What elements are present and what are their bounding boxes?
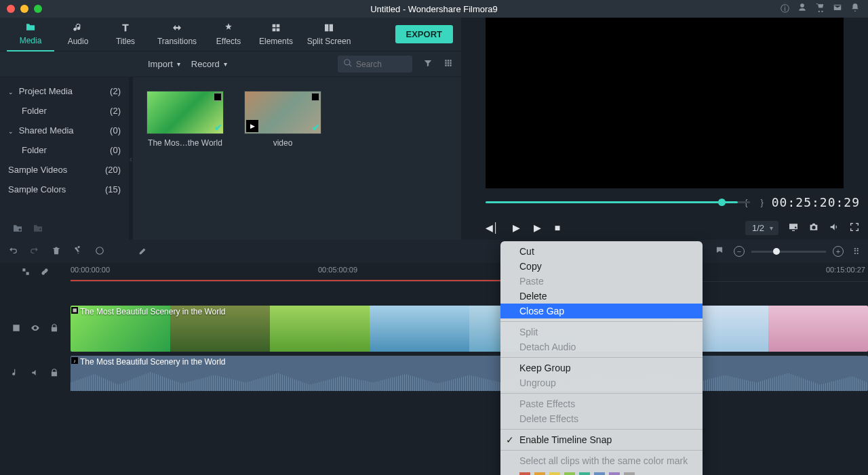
edit-button[interactable]: [138, 246, 148, 257]
sidebar-folder-1[interactable]: Folder (2): [0, 101, 129, 121]
ctx-paste: Paste: [500, 274, 703, 289]
seek-slider[interactable]: [486, 201, 738, 203]
timeline-settings-icon[interactable]: ⠿: [853, 247, 860, 257]
color-mark-yellow[interactable]: [549, 472, 560, 475]
marker-button[interactable]: [715, 246, 724, 257]
module-tabbar: Media Audio Titles Transitions Effects E…: [0, 18, 461, 51]
tab-audio-label: Audio: [68, 37, 89, 46]
grid-view-icon[interactable]: [443, 58, 453, 70]
visibility-icon[interactable]: [31, 323, 40, 335]
import-dropdown[interactable]: Import ▾: [148, 59, 180, 69]
adjust-button[interactable]: [117, 246, 126, 257]
video-clip[interactable]: ▦ The Most Beautiful Scenery in the Worl…: [71, 306, 868, 352]
zoom-thumb[interactable]: [773, 248, 780, 255]
tab-media[interactable]: Media: [7, 18, 54, 51]
audio-track-icon[interactable]: [12, 368, 21, 379]
fullscreen-icon[interactable]: [849, 222, 860, 234]
undo-button[interactable]: [8, 246, 18, 257]
mail-icon[interactable]: [833, 3, 842, 15]
sidebar-shared-media[interactable]: ⌄ Shared Media (0): [0, 121, 129, 140]
info-icon[interactable]: ⓘ: [781, 3, 789, 15]
search-input-wrap[interactable]: [338, 56, 412, 73]
add-track-icon[interactable]: [21, 267, 31, 278]
audio-clip-label: The Most Beautiful Scenery in the World: [80, 357, 226, 367]
ctx-delete[interactable]: Delete: [500, 289, 703, 304]
color-mark-gray[interactable]: [624, 472, 635, 475]
tab-elements-label: Elements: [259, 37, 293, 46]
cart-icon[interactable]: [815, 3, 825, 15]
timecode-display: 00:25:20:29: [772, 195, 860, 209]
color-mark-green[interactable]: [564, 472, 575, 475]
zoom-in-button[interactable]: +: [833, 246, 844, 257]
sidebar-folder-2[interactable]: Folder (0): [0, 140, 129, 160]
account-icon[interactable]: [797, 3, 807, 15]
display-settings-icon[interactable]: [788, 222, 799, 234]
delete-folder-icon[interactable]: [33, 223, 43, 236]
ctx-enable-snap[interactable]: ✓Enable Timeline Snap: [500, 432, 703, 447]
split-button[interactable]: [73, 246, 83, 257]
ruler-tick: 00:05:00:09: [318, 266, 357, 274]
tab-transitions[interactable]: Transitions: [149, 18, 205, 51]
zoom-slider[interactable]: [751, 251, 826, 253]
snapshot-icon[interactable]: [808, 222, 819, 234]
sidebar-sample-videos[interactable]: Sample Videos (20): [0, 160, 129, 180]
folder1-label: Folder: [22, 106, 47, 116]
search-input[interactable]: [356, 60, 410, 69]
delete-button[interactable]: [52, 246, 61, 257]
play-button[interactable]: ▶: [513, 222, 520, 233]
tab-titles[interactable]: Titles: [102, 18, 149, 51]
app-title: Untitled - Wondershare Filmora9: [0, 4, 868, 14]
tab-effects[interactable]: Effects: [205, 18, 252, 51]
export-button[interactable]: EXPORT: [395, 25, 453, 43]
mute-icon[interactable]: [31, 368, 40, 379]
waveform: [71, 370, 868, 391]
ctx-copy[interactable]: Copy: [500, 259, 703, 274]
play-forward-button[interactable]: ▶: [534, 222, 541, 233]
ctx-paste-effects: Paste Effects: [500, 396, 703, 411]
audio-clip[interactable]: ♪ The Most Beautiful Scenery in the Worl…: [71, 356, 868, 391]
color-mark-teal[interactable]: [579, 472, 590, 475]
speed-button[interactable]: [95, 246, 104, 257]
sidebar-sample-colors[interactable]: Sample Colors (15): [0, 180, 129, 199]
timeline-ruler[interactable]: 00:00:00:00 00:05:00:09 00:15:00:27: [71, 263, 868, 282]
preview-viewport[interactable]: [486, 18, 844, 188]
ctx-keep-group[interactable]: Keep Group: [500, 360, 703, 375]
color-mark-red[interactable]: [519, 472, 530, 475]
filter-icon[interactable]: [423, 58, 433, 70]
tab-split-label: Split Screen: [307, 37, 351, 46]
ctx-close-gap[interactable]: Close Gap: [500, 304, 703, 318]
sidebar-project-media[interactable]: ⌄ Project Media (2): [0, 81, 129, 101]
prev-frame-button[interactable]: ◀│: [486, 222, 499, 233]
color-mark-blue[interactable]: [594, 472, 605, 475]
film-track-icon[interactable]: [12, 323, 21, 335]
ctx-delete-effects: Delete Effects: [500, 411, 703, 426]
new-folder-icon[interactable]: [12, 223, 23, 236]
record-dropdown[interactable]: Record ▾: [191, 59, 227, 69]
timeline-toolbar: − + ⠿: [0, 240, 868, 263]
notify-icon[interactable]: [850, 3, 860, 15]
text-icon: [120, 22, 131, 35]
ctx-cut[interactable]: Cut: [500, 244, 703, 259]
seek-thumb[interactable]: [718, 199, 726, 206]
folder2-label: Folder: [22, 145, 47, 155]
color-mark-orange[interactable]: [534, 472, 545, 475]
media-sidebar: ⌄ Project Media (2) Folder (2) ⌄ Shared …: [0, 77, 129, 240]
lock-icon[interactable]: [50, 323, 59, 335]
lock-icon[interactable]: [50, 368, 59, 379]
tab-splitscreen[interactable]: Split Screen: [300, 18, 358, 51]
redo-button[interactable]: [30, 246, 39, 257]
stop-button[interactable]: ■: [555, 222, 560, 233]
preview-quality-select[interactable]: 1/2 ▾: [745, 221, 778, 235]
chevron-down-icon: ⌄: [8, 89, 14, 96]
volume-icon[interactable]: [829, 222, 840, 234]
split-icon: [323, 22, 334, 35]
media-clip-2[interactable]: ▶ ✔ video: [244, 91, 321, 148]
media-clip-1[interactable]: ✔ The Mos…the World: [146, 91, 224, 148]
color-mark-purple[interactable]: [609, 472, 620, 475]
folder-icon: [25, 22, 36, 35]
tab-audio[interactable]: Audio: [54, 18, 102, 51]
shared-media-label: Shared Media: [19, 125, 74, 136]
tab-elements[interactable]: Elements: [252, 18, 300, 51]
link-icon[interactable]: [40, 267, 50, 278]
zoom-out-button[interactable]: −: [734, 246, 745, 257]
